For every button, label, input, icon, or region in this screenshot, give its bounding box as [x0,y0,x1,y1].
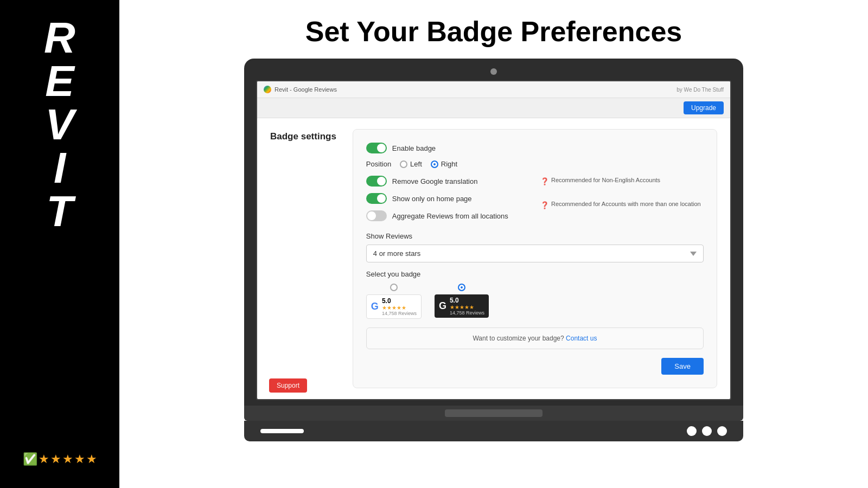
screen-inner: Revit - Google Reviews by We Do The Stuf… [257,81,730,399]
settings-panel: Enable badge Position Left [353,129,717,388]
sidebar-rating: ✅ ★ ★ ★ ★ ★ [23,452,97,466]
badge-light-preview: G 5.0 ★★★★★ 14,758 Reviews [366,294,422,319]
customize-text: Want to customize your badge? [473,335,564,342]
app-content: Badge settings Enable badge [257,118,730,399]
show-home-row: Show only on home page [366,193,529,204]
laptop-bottom-dots [687,426,727,436]
toggle-knob-2 [377,177,386,185]
contact-us-link[interactable]: Contact us [566,335,597,342]
badge-dark-preview: G 5.0 ★★★★★ 14,758 Reviews [435,294,489,318]
sidebar-letter-v: V [45,103,74,146]
customize-box: Want to customize your badge? Contact us [366,328,704,349]
badge-options: G 5.0 ★★★★★ 14,758 Reviews [366,284,704,319]
toggle-knob-4 [367,211,376,220]
sidebar-letter-e: E [45,60,74,103]
badge-g-letter-light: G [371,301,379,312]
show-reviews-label: Show Reviews [366,232,704,240]
star-5: ★ [86,452,97,466]
position-row: Position Left Right [366,160,704,168]
aggregate-toggle[interactable] [366,210,387,221]
laptop-screen: Revit - Google Reviews by We Do The Stuf… [256,80,731,400]
sidebar-letter-r: R [44,16,75,60]
check-icon: ✅ [23,452,37,466]
badge-light-rating: 5.0 [382,297,417,305]
laptop-dot-2 [702,426,712,436]
position-right-label: Right [441,160,457,168]
badge-dark-rating: 5.0 [450,297,484,304]
star-4: ★ [74,452,85,466]
star-3: ★ [62,452,73,466]
show-reviews-select[interactable]: 4 or more stars 3 or more stars All revi… [366,245,704,262]
enable-badge-row: Enable badge [366,143,704,153]
info-icon-2: ❓ [540,201,549,209]
sidebar-logo: R E V I T [44,16,75,233]
laptop-camera [490,68,497,75]
select-badge-label: Select you badge [366,270,704,278]
position-left-option[interactable]: Left [400,160,422,168]
toggle-knob-3 [377,194,386,203]
remove-translation-hint-text: Recommended for Non-English Accounts [551,177,660,183]
sidebar: R E V I T ✅ ★ ★ ★ ★ ★ [0,0,119,488]
toggle-knob [377,144,386,152]
badge-light-option[interactable]: G 5.0 ★★★★★ 14,758 Reviews [366,284,422,319]
badge-dark-radio[interactable] [458,284,465,291]
laptop-dot-3 [717,426,727,436]
position-right-radio[interactable] [431,160,438,168]
aggregate-row: Aggregate Reviews from all locations [366,210,529,221]
position-label: Position [366,160,391,168]
toggle-left-col: Remove Google translation Show only on h… [366,176,529,228]
star-1: ★ [39,452,49,466]
save-button[interactable]: Save [661,358,704,375]
badge-dark-reviews: 14,758 Reviews [450,310,484,316]
hints-col: ❓ Recommended for Non-English Accounts ❓… [540,176,704,228]
browser-tab: Revit - Google Reviews [264,86,337,93]
badge-light-stars: ★★★★★ [382,305,417,311]
badge-dark-stars: ★★★★★ [450,304,484,310]
browser-tab-title: Revit - Google Reviews [275,86,337,93]
info-icon-1: ❓ [540,177,549,185]
laptop-bottom-left [260,429,304,433]
remove-translation-toggle[interactable] [366,176,387,187]
page-title: Set Your Badge Preferences [305,0,682,59]
laptop-bottom-bar [244,421,743,441]
browser-by-label: by We Do The Stuff [676,87,724,93]
remove-translation-hint: ❓ Recommended for Non-English Accounts [540,177,704,185]
laptop-dot-1 [687,426,697,436]
main-content: Set Your Badge Preferences Revit - Googl… [119,0,868,488]
laptop-screen-frame: Revit - Google Reviews by We Do The Stuf… [244,59,743,406]
position-left-radio[interactable] [400,160,407,168]
badge-dark-text: 5.0 ★★★★★ 14,758 Reviews [450,297,484,316]
position-left-label: Left [410,160,422,168]
show-home-toggle[interactable] [366,193,387,204]
browser-toolbar: Upgrade [257,98,730,118]
enable-badge-toggle[interactable] [366,143,387,153]
upgrade-button[interactable]: Upgrade [684,101,724,114]
sidebar-letter-t: T [47,190,73,233]
laptop-base [244,406,743,421]
badge-light-text: 5.0 ★★★★★ 14,758 Reviews [382,297,417,316]
badge-light-radio[interactable] [390,284,398,291]
badge-light-reviews: 14,758 Reviews [382,311,417,316]
star-2: ★ [50,452,61,466]
save-row: Save [366,358,704,375]
show-home-label: Show only on home page [392,195,472,203]
aggregate-hint: ❓ Recommended for Accounts with more tha… [540,201,704,209]
support-button[interactable]: Support [269,378,307,393]
toggle-options-row: Remove Google translation Show only on h… [366,176,704,228]
badge-g-letter-dark: G [439,300,446,312]
laptop-trackpad [445,409,542,417]
remove-translation-label: Remove Google translation [392,177,478,185]
badge-settings-section-label: Badge settings [270,129,336,388]
aggregate-label: Aggregate Reviews from all locations [392,212,508,220]
sidebar-letter-i: I [54,146,66,190]
laptop-frame: Revit - Google Reviews by We Do The Stuf… [244,59,743,441]
remove-translation-row: Remove Google translation [366,176,529,187]
browser-chrome: Revit - Google Reviews by We Do The Stuf… [257,81,730,98]
aggregate-hint-text: Recommended for Accounts with more than … [551,201,701,207]
badge-dark-option[interactable]: G 5.0 ★★★★★ 14,758 Reviews [435,284,489,318]
position-right-option[interactable]: Right [431,160,457,168]
sidebar-stars-row: ✅ ★ ★ ★ ★ ★ [23,452,97,466]
google-icon [264,86,271,93]
enable-badge-label: Enable badge [392,144,436,152]
